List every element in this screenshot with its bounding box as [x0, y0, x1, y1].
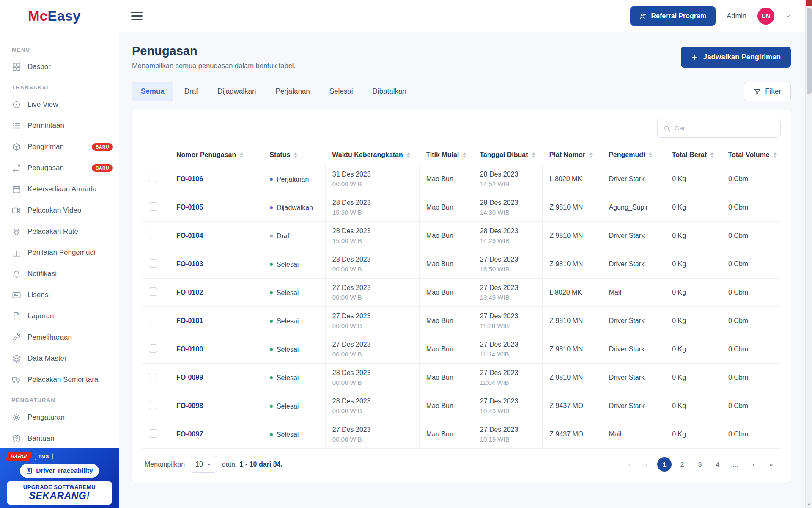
table-row[interactable]: FO-0103 Selesai 28 Des 202300:00 WIB Mao…	[142, 250, 781, 279]
sort-icon[interactable]	[407, 152, 410, 158]
column-header-nomor-penugasan[interactable]: Nomor Penugasan	[170, 145, 263, 165]
sidebar-item-pengaturan[interactable]: Pengaturan	[0, 407, 119, 428]
avatar[interactable]: UN	[757, 8, 774, 25]
filter-button[interactable]: Filter	[744, 82, 791, 101]
row-checkbox[interactable]	[149, 429, 157, 438]
column-header-waktu-keberangkatan[interactable]: Waktu Keberangkatan	[325, 145, 419, 165]
tab-draf[interactable]: Draf	[176, 82, 206, 101]
scrollbar-down-button[interactable]: ▼	[806, 502, 812, 507]
sidebar-item-permintaan[interactable]: Permintaan	[0, 115, 119, 136]
pagination-first[interactable]: «	[622, 457, 636, 472]
assignment-number-link[interactable]: FO-0103	[176, 260, 203, 268]
promo-banner[interactable]: BARU! TMS Driver Traceability UPGRADE SO…	[0, 448, 119, 508]
created-date: 28 Des 2023	[480, 171, 536, 178]
pagination-last[interactable]: »	[764, 457, 778, 472]
departure-cell: 28 Des 202315:30 WIB	[325, 193, 419, 222]
sort-icon[interactable]	[463, 152, 466, 158]
table-row[interactable]: FO-0106 Perjalanan 31 Des 202300:00 WIB …	[142, 165, 781, 193]
sidebar-item-bantuan[interactable]: Bantuan	[0, 428, 119, 449]
sort-icon[interactable]	[240, 152, 243, 158]
sidebar-item-lisensi[interactable]: Lisensi	[0, 284, 119, 306]
schedule-delivery-button[interactable]: Jadwalkan Pengiriman	[681, 47, 791, 68]
row-checkbox[interactable]	[149, 231, 157, 239]
sidebar-item-pelacakan-rute[interactable]: Pelacakan Rute	[0, 221, 119, 242]
sort-icon[interactable]	[532, 152, 535, 158]
pagination-prev[interactable]: ‹	[639, 457, 654, 472]
assignment-number-link[interactable]: FO-0100	[176, 345, 203, 353]
sort-icon[interactable]	[294, 152, 297, 158]
promo-cta[interactable]: UPGRADE SOFTWAREMU SEKARANG!	[7, 481, 112, 505]
table-row[interactable]: FO-0099 Selesai 28 Des 202300:00 WIB Mao…	[142, 364, 781, 392]
table-row[interactable]: FO-0104 Draf 28 Des 202315:00 WIB Mao Bu…	[142, 222, 781, 250]
pagination-next[interactable]: ›	[746, 457, 760, 472]
sidebar-item-laporan[interactable]: Laporan	[0, 306, 119, 327]
sidebar-item-penilaian-pengemudi[interactable]: Penilaian Pengemudi	[0, 242, 119, 263]
assignment-number-link[interactable]: FO-0099	[176, 374, 203, 381]
table-row[interactable]: FO-0097 Selesai 27 Des 202300:00 WIB Mao…	[142, 420, 781, 449]
sidebar-item-live-view[interactable]: Live View	[0, 94, 119, 115]
driver-traceability-pill: Driver Traceability	[20, 464, 99, 478]
tab-dibatalkan[interactable]: Dibatalkan	[364, 82, 415, 101]
sidebar-item-pemeliharaan[interactable]: Pemeliharaan	[0, 327, 119, 348]
row-checkbox[interactable]	[149, 202, 157, 211]
row-checkbox[interactable]	[149, 316, 157, 324]
scrollbar-up-button[interactable]	[806, 0, 812, 6]
table-row[interactable]: FO-0102 Selesai 27 Des 202300:00 WIB Mao…	[142, 279, 781, 307]
assignment-number-link[interactable]: FO-0098	[176, 402, 203, 409]
column-header-pengemudi[interactable]: Pengemudi	[602, 145, 665, 165]
sidebar-item-dasbor[interactable]: Dasbor	[0, 56, 119, 77]
row-checkbox[interactable]	[149, 401, 157, 409]
sidebar-item-ketersediaan-armada[interactable]: Ketersediaan Armada	[0, 179, 119, 200]
row-checkbox[interactable]	[149, 259, 157, 268]
assignment-number-link[interactable]: FO-0105	[176, 204, 203, 211]
chevron-down-icon[interactable]	[785, 13, 791, 19]
assignment-number-link[interactable]: FO-0102	[176, 289, 203, 296]
hamburger-menu-icon[interactable]	[131, 12, 143, 20]
tab-semua[interactable]: Semua	[132, 82, 173, 101]
sidebar-item-pelacakan-video[interactable]: Pelacakan Video	[0, 200, 119, 221]
assignment-number-link[interactable]: FO-0097	[176, 431, 203, 438]
sort-icon[interactable]	[589, 152, 593, 158]
row-checkbox[interactable]	[149, 344, 157, 353]
table-row[interactable]: FO-0100 Selesai 27 Des 202300:00 WIB Mao…	[142, 335, 781, 364]
column-header-plat-nomor[interactable]: Plat Nomor	[543, 145, 602, 165]
pagination-ellipsis[interactable]: …	[728, 457, 743, 472]
mceasy-logo[interactable]: McEasy	[28, 8, 119, 24]
search-input[interactable]	[675, 124, 774, 132]
column-header-tanggal-dibuat[interactable]: Tanggal Dibuat	[473, 145, 543, 165]
referral-program-button[interactable]: Referral Program	[630, 6, 716, 26]
row-checkbox[interactable]	[149, 174, 157, 182]
column-header-status[interactable]: Status	[263, 145, 325, 165]
scrollbar-thumb[interactable]	[807, 8, 812, 94]
sidebar-item-pelacakan-sementara[interactable]: Pelacakan Sementara	[0, 369, 119, 390]
assignment-number-link[interactable]: FO-0104	[176, 232, 203, 239]
pagination-page-2[interactable]: 2	[675, 457, 689, 472]
admin-label[interactable]: Admin	[727, 12, 746, 20]
pagination-page-3[interactable]: 3	[693, 457, 707, 472]
sidebar-item-pengiriman[interactable]: Pengiriman BARU	[0, 136, 119, 157]
assignment-number-link[interactable]: FO-0106	[176, 175, 203, 182]
created-cell: 28 Des 202314:52 WIB	[473, 165, 543, 193]
table-row[interactable]: FO-0101 Selesai 27 Des 202300:00 WIB Mao…	[142, 307, 781, 335]
pagination-page-4[interactable]: 4	[710, 457, 725, 472]
tab-perjalanan[interactable]: Perjalanan	[267, 82, 318, 101]
sort-icon[interactable]	[774, 152, 777, 158]
checkbox-cell	[142, 364, 170, 392]
row-checkbox[interactable]	[149, 373, 157, 381]
table-row[interactable]: FO-0098 Selesai 28 Des 202300:00 WIB Mao…	[142, 392, 781, 420]
pagination-page-1[interactable]: 1	[657, 457, 672, 472]
sort-icon[interactable]	[649, 152, 652, 158]
column-header-titik-mulai[interactable]: Titik Mulai	[419, 145, 473, 165]
column-header-total-volume[interactable]: Total Volume	[721, 145, 781, 165]
table-row[interactable]: FO-0105 Dijadwalkan 28 Des 202315:30 WIB…	[142, 193, 781, 222]
tab-dijadwalkan[interactable]: Dijadwalkan	[209, 82, 265, 101]
column-header-total-berat[interactable]: Total Berat	[665, 145, 721, 165]
page-size-select[interactable]: 10	[190, 456, 217, 473]
sort-icon[interactable]	[710, 152, 714, 158]
assignment-number-link[interactable]: FO-0101	[176, 317, 203, 324]
sidebar-item-notifikasi[interactable]: Notifikasi	[0, 263, 119, 284]
sidebar-item-penugasan[interactable]: Penugasan BARU	[0, 157, 119, 179]
tab-selesai[interactable]: Selesai	[321, 82, 362, 101]
sidebar-item-data-master[interactable]: Data Master	[0, 348, 119, 369]
row-checkbox[interactable]	[149, 287, 157, 296]
